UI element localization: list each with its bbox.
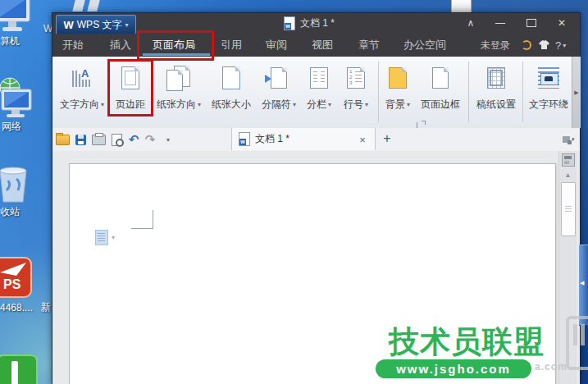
login-status[interactable]: 未登录 (481, 34, 510, 57)
quick-toolbar: ↶ ↷ ▾ w 文档 1 * × + ▾ (52, 128, 580, 152)
partial-shape (87, 0, 99, 11)
ribbon-overflow-button[interactable]: ▶ (572, 57, 581, 128)
plus-icon: + (383, 131, 390, 146)
tab-references[interactable]: 引用 (221, 34, 242, 57)
arrow-up-icon: ▲ (565, 171, 572, 179)
wps-menu-button[interactable]: W WPS 文字 ▾ (56, 15, 136, 34)
tab-label: 章节 (358, 38, 380, 53)
ruler-toggle-icon[interactable] (562, 153, 575, 167)
desktop-icon-wps-download[interactable]: PS (0, 256, 34, 302)
ribbon-group-separator (522, 62, 523, 122)
tab-home[interactable]: 开始 (62, 34, 84, 57)
tab-label: 办公空间 (403, 38, 446, 53)
ribbon-button-paper-size[interactable]: 纸张大小 (208, 60, 254, 124)
desktop-icon-label-partial[interactable]: 新 (41, 300, 51, 314)
titlebar: W WPS 文字 ▾ w 文档 1 * ∧ — ✕ (52, 13, 580, 34)
scroll-up-button[interactable]: ▲ (559, 169, 577, 181)
edge-panel-toggle[interactable]: ◀ (579, 245, 588, 326)
ribbon-button-label: 行号▾ (344, 98, 368, 112)
desktop-icon-network[interactable] (0, 76, 36, 122)
toolbar-dropdown-button[interactable]: ▾ (161, 132, 175, 147)
ribbon-button-grid-paper[interactable]: 稿纸设置 (472, 60, 521, 124)
tab-office-space[interactable]: 办公空间 (403, 34, 446, 57)
ribbon-button-label: 文字环绕 (529, 98, 568, 112)
toolbar-options-icon (563, 136, 570, 143)
chevron-down-icon: ▾ (125, 21, 128, 29)
watermark-url: www.jsgho.com (376, 359, 531, 378)
tab-label: 引用 (221, 38, 242, 53)
margin-corner-mark (131, 210, 153, 229)
toolbar-options-button[interactable]: ▾ (563, 134, 579, 145)
ribbon-tab-bar: 开始 插入 页面布局 引用 审阅 视图 章节 办公空间 未登录 ? ▾ (52, 34, 580, 57)
document-tab[interactable]: w 文档 1 * (231, 128, 376, 150)
label-text: 文字环绕 (529, 98, 568, 112)
ribbon-group-separator (468, 62, 469, 122)
print-preview-icon (112, 134, 122, 146)
dropdown-arrow-icon: ▾ (101, 101, 104, 108)
watermark-title: 技术员联盟 (389, 322, 545, 363)
paste-options-float[interactable]: ▾ (95, 230, 115, 245)
label-text: 纸张方向 (157, 98, 196, 112)
chevron-right-icon: ▶ (574, 89, 578, 96)
open-button[interactable] (55, 132, 70, 147)
tab-section[interactable]: 章节 (358, 34, 380, 57)
new-document-tab-button[interactable]: + (380, 130, 394, 147)
desktop-icon-green-partial[interactable] (0, 354, 38, 384)
desktop-icon-label[interactable]: 4468.... (0, 302, 33, 313)
svg-text:A: A (81, 67, 89, 80)
svg-text:PS: PS (3, 277, 21, 291)
desktop-partial-icon (71, 0, 107, 11)
computer-icon (0, 0, 36, 36)
annotation-box-page-layout-tab (137, 30, 214, 61)
annotation-box-page-margins-button (107, 59, 153, 117)
ribbon-button-text-wrap[interactable]: 文字环绕 (526, 60, 571, 124)
redo-icon: ↷ (145, 132, 156, 147)
ribbon-button-label: 页面边框 (421, 98, 460, 112)
desktop-icon-recycle-bin[interactable] (0, 162, 36, 208)
desktop-icon-computer[interactable] (0, 0, 36, 39)
ribbon-button-background[interactable]: 背景▾ (380, 60, 416, 124)
promo-icon[interactable] (522, 40, 531, 50)
desktop-icon-label[interactable]: 算机 (0, 34, 20, 48)
undo-button[interactable]: ↶ (126, 132, 141, 147)
tab-label: 开始 (62, 38, 84, 53)
ribbon-button-label: 稿纸设置 (476, 98, 516, 112)
tab-insert[interactable]: 插入 (110, 34, 131, 57)
ribbon-button-page-border[interactable]: 页面边框 (416, 60, 465, 124)
ribbon-button-line-numbers[interactable]: 行号▾ (337, 60, 375, 124)
fold-icon: ∧ (467, 17, 475, 29)
document-icon-letter: w (239, 139, 246, 145)
tab-view[interactable]: 视图 (312, 34, 333, 57)
tab-label: 审阅 (266, 38, 287, 53)
tab-label: 视图 (312, 38, 333, 53)
tab-review[interactable]: 审阅 (266, 34, 287, 57)
ribbon-button-columns[interactable]: 分栏▾ (301, 60, 337, 124)
print-button[interactable] (91, 132, 106, 147)
document-icon-letter: w (285, 23, 291, 30)
document-tab-close-button[interactable]: × (356, 133, 369, 146)
close-button[interactable]: ✕ (551, 16, 572, 30)
desktop-icon-label[interactable]: 收站 (0, 205, 20, 219)
ribbon-button-breaks[interactable]: 分隔符▾ (258, 60, 300, 124)
print-preview-button[interactable] (109, 132, 124, 147)
save-button[interactable] (73, 132, 88, 147)
dropdown-arrow-icon: ▾ (198, 101, 201, 108)
skin-icon[interactable] (538, 40, 550, 50)
redo-button[interactable]: ↷ (143, 132, 157, 147)
chevron-down-icon: ▾ (572, 136, 575, 143)
undo-icon: ↶ (129, 132, 139, 147)
save-icon (75, 135, 86, 145)
open-folder-icon (56, 135, 70, 145)
fold-ribbon-button[interactable]: ∧ (460, 16, 481, 30)
ribbon-group-separator (378, 62, 379, 122)
minimize-button[interactable]: — (490, 16, 511, 30)
chevron-down-icon: ▾ (563, 42, 566, 49)
ribbon-button-text-direction[interactable]: A 文字方向▾ (57, 60, 107, 124)
desktop-icon-label[interactable]: 网络 (2, 120, 21, 134)
ribbon-button-label: 分隔符▾ (262, 98, 296, 112)
ribbon-button-paper-orientation[interactable]: 纸张方向▾ (153, 60, 205, 124)
help-button[interactable]: ? ▾ (555, 34, 566, 57)
maximize-button[interactable] (521, 16, 542, 30)
columns-icon (310, 62, 328, 94)
scrollbar-thumb[interactable] (561, 182, 576, 236)
